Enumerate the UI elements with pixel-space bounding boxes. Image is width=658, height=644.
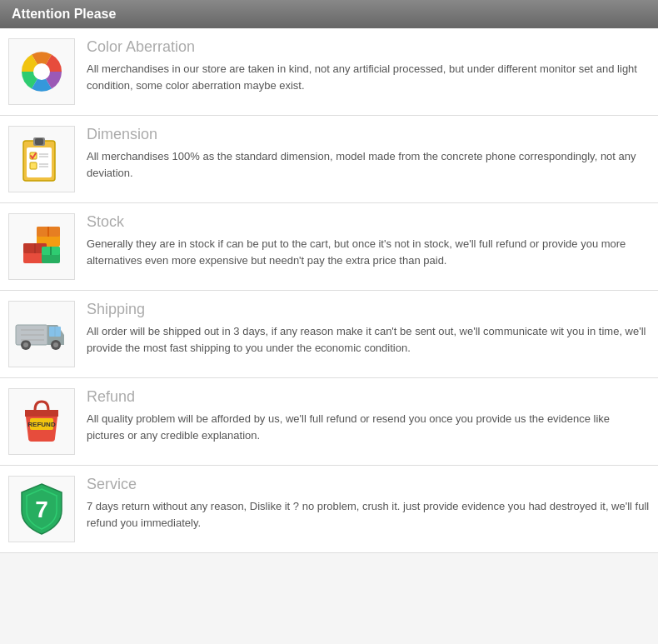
svg-rect-5 — [35, 138, 43, 145]
refund-desc: All quality problem will be afforded by … — [87, 411, 650, 443]
page-header: Attention Please — [0, 0, 658, 28]
shipping-content: Shipping All order will be shipped out i… — [87, 301, 650, 356]
svg-rect-10 — [30, 162, 37, 169]
service-icon-svg: 7 — [18, 482, 65, 536]
list-item: 7 Service 7 days return without any reas… — [0, 466, 658, 553]
list-item: Shipping All order will be shipped out i… — [0, 291, 658, 378]
stock-icon-svg — [17, 223, 67, 270]
shipping-title: Shipping — [87, 301, 650, 318]
service-title: Service — [87, 476, 650, 493]
color-aberration-icon — [8, 38, 75, 105]
list-item: Stock Generally they are in stock if can… — [0, 203, 658, 291]
color-pie-svg — [18, 48, 65, 95]
service-desc: 7 days return without any reason, Dislik… — [87, 498, 650, 531]
stock-icon-box — [8, 213, 75, 280]
color-aberration-content: Color Aberration All merchandises in our… — [87, 38, 650, 93]
shipping-icon-svg — [14, 313, 69, 355]
shipping-desc: All order will be shipped out in 3 days,… — [87, 323, 650, 356]
service-content: Service 7 days return without any reason… — [87, 476, 650, 531]
list-item: REFUND Refund All quality problem will b… — [0, 378, 658, 466]
dimension-icon-svg — [18, 134, 65, 184]
stock-content: Stock Generally they are in stock if can… — [87, 213, 650, 268]
svg-point-1 — [33, 63, 50, 80]
refund-title: Refund — [87, 388, 650, 406]
stock-desc: Generally they are in stock if can be pu… — [87, 236, 650, 268]
dimension-content: Dimension All merchandises 100% as the s… — [87, 126, 650, 181]
color-aberration-title: Color Aberration — [87, 38, 650, 56]
refund-icon-svg: REFUND — [18, 395, 65, 448]
shipping-icon-box — [8, 301, 75, 367]
list-item: Color Aberration All merchandises in our… — [0, 28, 658, 116]
svg-point-27 — [23, 342, 28, 347]
service-icon-box: 7 — [8, 476, 75, 542]
svg-text:REFUND: REFUND — [27, 421, 56, 428]
refund-icon-box: REFUND — [8, 388, 75, 455]
list-item: Dimension All merchandises 100% as the s… — [0, 116, 658, 203]
svg-point-29 — [53, 342, 58, 347]
stock-title: Stock — [87, 213, 650, 231]
svg-text:7: 7 — [35, 497, 48, 522]
dimension-title: Dimension — [87, 126, 650, 143]
refund-content: Refund All quality problem will be affor… — [87, 388, 650, 443]
page-title: Attention Please — [12, 7, 116, 22]
dimension-desc: All merchandises 100% as the standard di… — [87, 148, 650, 181]
color-aberration-desc: All merchandises in our store are taken … — [87, 61, 650, 93]
dimension-icon-box — [8, 126, 75, 192]
